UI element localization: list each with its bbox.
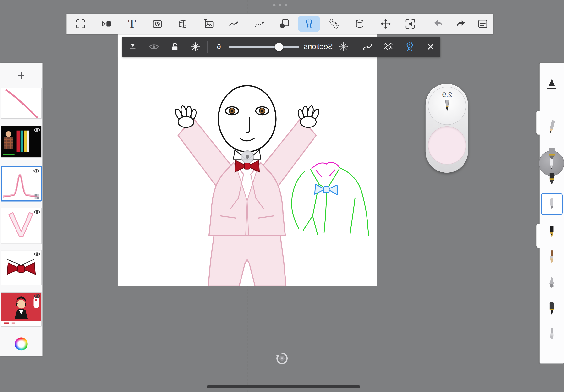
curve-symmetry-icon xyxy=(362,41,373,52)
brush-pencil[interactable] xyxy=(544,118,560,135)
quick-transform-icon xyxy=(101,18,112,29)
crop-icon xyxy=(405,18,416,29)
crop-button[interactable] xyxy=(402,16,418,32)
brush-size-value: 2.9 xyxy=(442,91,452,99)
color-wheel-button[interactable] xyxy=(15,337,28,350)
rotate-reset-button[interactable] xyxy=(275,352,288,365)
layer-character-reference[interactable] xyxy=(1,292,42,327)
layer-transform-icon[interactable] xyxy=(34,194,39,199)
layer-hidden-icon[interactable] xyxy=(34,294,40,299)
paint-brush-icon xyxy=(545,250,559,265)
redo-icon xyxy=(455,18,467,29)
import-image-button[interactable] xyxy=(201,16,217,32)
rotate-icon xyxy=(275,352,288,365)
wave-symmetry-button[interactable] xyxy=(381,40,396,54)
sections-slider-track[interactable] xyxy=(229,46,299,48)
curve-symmetry-button[interactable] xyxy=(360,40,375,54)
toolbar-drag-handle[interactable] xyxy=(273,4,287,7)
distort-button[interactable] xyxy=(352,16,368,32)
brush-panel xyxy=(540,63,564,363)
add-layer-button[interactable]: + xyxy=(0,63,42,88)
layer-hidden-icon[interactable] xyxy=(34,127,40,132)
text-tool-button[interactable]: T xyxy=(124,16,140,32)
time-lapse-button[interactable] xyxy=(149,16,165,32)
menu-icon xyxy=(477,18,488,29)
symmetry-options-bar: 6 Sections xyxy=(123,37,440,57)
ballpoint-pen-icon xyxy=(545,196,559,212)
collar-sketch xyxy=(312,162,339,176)
layer-visible-icon[interactable] xyxy=(34,252,40,257)
lock-button[interactable] xyxy=(168,40,182,54)
brush-puck[interactable]: 2.9 xyxy=(426,84,468,173)
steady-stroke-icon xyxy=(228,18,240,29)
top-toolbar: T xyxy=(67,14,493,34)
mandala-icon xyxy=(190,41,201,52)
symmetry-icon xyxy=(303,18,315,29)
brush-set-tab[interactable] xyxy=(536,224,540,248)
layer-visible-icon[interactable] xyxy=(33,168,40,173)
layer-bowtie[interactable] xyxy=(1,250,42,285)
predictive-stroke-button[interactable] xyxy=(252,16,268,32)
brush-set-tab[interactable] xyxy=(536,111,540,134)
fountain-pen-icon xyxy=(545,224,559,240)
symmetry-axis-handle[interactable] xyxy=(241,150,254,163)
perspective-button[interactable] xyxy=(175,16,190,32)
shapes-button[interactable] xyxy=(276,16,292,32)
distort-icon xyxy=(354,18,365,29)
symmetry-tool-button[interactable] xyxy=(298,16,320,32)
brush-size-puck[interactable]: 2.9 xyxy=(428,87,466,125)
pen-nib-icon xyxy=(441,99,453,118)
pencil-icon xyxy=(545,119,559,134)
fit-canvas-button[interactable] xyxy=(73,16,88,32)
brush-color-puck[interactable] xyxy=(428,126,466,164)
brush-airbrush[interactable] xyxy=(544,274,560,291)
blue-bowtie-sketch xyxy=(315,184,338,195)
collapse-icon xyxy=(128,42,138,52)
layer-video-reference[interactable] xyxy=(1,126,42,158)
vertical-symmetry-icon xyxy=(404,41,415,53)
mandala-button[interactable] xyxy=(188,40,203,54)
brush-ballpoint-selected[interactable] xyxy=(541,193,563,215)
brush-shading-pencil[interactable] xyxy=(544,145,560,163)
radial-symmetry-button[interactable] xyxy=(336,40,351,54)
ruler-button[interactable] xyxy=(326,16,342,32)
layer-pink-stroke[interactable] xyxy=(1,88,42,119)
time-lapse-icon xyxy=(151,18,163,29)
collapse-button[interactable] xyxy=(125,40,140,54)
sections-slider-knob[interactable] xyxy=(275,43,283,51)
brush-paint-brush[interactable] xyxy=(544,249,560,266)
dot-icon xyxy=(285,4,287,7)
eye-icon xyxy=(149,42,159,51)
vertical-symmetry-button[interactable] xyxy=(403,40,417,54)
visibility-button[interactable] xyxy=(147,40,161,54)
jacket-sketch xyxy=(292,168,369,236)
wave-symmetry-icon xyxy=(383,41,394,52)
brush-tip-pencil[interactable] xyxy=(544,76,560,93)
menu-button[interactable] xyxy=(475,16,491,32)
shading-pencil-icon xyxy=(545,146,559,162)
app-stage: T xyxy=(0,0,564,392)
brush-smudge[interactable] xyxy=(544,326,560,343)
layer-peak-curve-selected[interactable] xyxy=(1,166,42,201)
brush-fountain-pen[interactable] xyxy=(544,223,560,241)
home-indicator[interactable] xyxy=(207,385,360,388)
marker-icon xyxy=(545,301,559,317)
brush-ink-pen[interactable] xyxy=(544,170,560,187)
quick-transform-button[interactable] xyxy=(98,16,114,32)
divider xyxy=(207,41,208,53)
close-symmetry-bar-button[interactable] xyxy=(423,40,438,54)
layer-thumbnail xyxy=(1,88,41,118)
layer-collar[interactable] xyxy=(1,208,42,244)
steady-stroke-button[interactable] xyxy=(226,16,242,32)
import-image-icon xyxy=(203,18,215,29)
person-drawing xyxy=(174,86,320,286)
shapes-icon xyxy=(278,18,290,29)
undo-button[interactable] xyxy=(430,16,446,32)
layer-visible-icon[interactable] xyxy=(34,210,40,214)
fit-canvas-icon xyxy=(75,18,86,29)
handle-dot-icon xyxy=(246,155,249,159)
redo-button[interactable] xyxy=(453,16,468,32)
sections-label: Sections xyxy=(295,42,342,51)
brush-marker[interactable] xyxy=(544,300,560,317)
transform-move-button[interactable] xyxy=(378,16,394,32)
